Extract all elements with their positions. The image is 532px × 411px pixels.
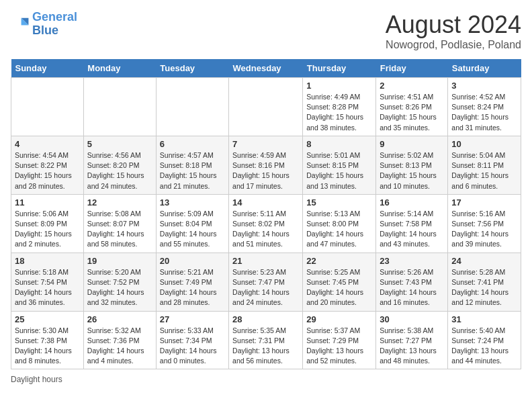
logo-text: General Blue <box>32 11 77 38</box>
day-cell: 9Sunrise: 5:02 AM Sunset: 8:13 PM Daylig… <box>376 136 448 194</box>
col-header-saturday: Saturday <box>448 59 521 78</box>
day-info: Sunrise: 5:04 AM Sunset: 8:11 PM Dayligh… <box>451 150 517 191</box>
day-cell: 26Sunrise: 5:32 AM Sunset: 7:36 PM Dayli… <box>83 311 156 369</box>
day-number: 29 <box>306 314 372 324</box>
logo-icon <box>11 15 30 34</box>
day-info: Sunrise: 5:02 AM Sunset: 8:13 PM Dayligh… <box>380 150 444 191</box>
day-number: 19 <box>87 256 152 266</box>
day-cell: 14Sunrise: 5:11 AM Sunset: 8:02 PM Dayli… <box>229 194 303 253</box>
day-cell: 3Sunrise: 4:52 AM Sunset: 8:24 PM Daylig… <box>448 78 521 136</box>
day-number: 2 <box>380 81 444 91</box>
day-cell: 4Sunrise: 4:54 AM Sunset: 8:22 PM Daylig… <box>11 136 84 194</box>
day-number: 4 <box>15 139 80 149</box>
day-cell: 13Sunrise: 5:09 AM Sunset: 8:04 PM Dayli… <box>156 194 228 253</box>
day-number: 30 <box>380 314 444 324</box>
day-number: 8 <box>306 139 372 149</box>
day-number: 5 <box>87 139 152 149</box>
daylight-label: Daylight hours <box>11 375 62 384</box>
day-info: Sunrise: 4:52 AM Sunset: 8:24 PM Dayligh… <box>451 92 517 133</box>
day-number: 14 <box>232 197 299 208</box>
day-info: Sunrise: 5:06 AM Sunset: 8:09 PM Dayligh… <box>15 209 80 250</box>
day-info: Sunrise: 5:21 AM Sunset: 7:49 PM Dayligh… <box>160 267 225 308</box>
day-number: 9 <box>380 139 444 149</box>
day-cell: 15Sunrise: 5:13 AM Sunset: 8:00 PM Dayli… <box>303 194 376 253</box>
week-row-4: 18Sunrise: 5:18 AM Sunset: 7:54 PM Dayli… <box>11 253 521 311</box>
day-cell: 20Sunrise: 5:21 AM Sunset: 7:49 PM Dayli… <box>156 253 228 311</box>
day-cell: 1Sunrise: 4:49 AM Sunset: 8:28 PM Daylig… <box>303 78 376 136</box>
day-info: Sunrise: 4:57 AM Sunset: 8:18 PM Dayligh… <box>160 150 225 191</box>
day-cell <box>229 78 303 136</box>
day-cell: 24Sunrise: 5:28 AM Sunset: 7:41 PM Dayli… <box>448 253 521 311</box>
main-title: August 2024 <box>386 11 521 39</box>
day-number: 13 <box>160 197 225 208</box>
day-info: Sunrise: 5:28 AM Sunset: 7:41 PM Dayligh… <box>451 267 517 308</box>
day-info: Sunrise: 4:49 AM Sunset: 8:28 PM Dayligh… <box>306 92 372 133</box>
day-number: 28 <box>232 314 299 324</box>
day-number: 22 <box>306 256 372 266</box>
subtitle: Nowogrod, Podlasie, Poland <box>386 39 521 51</box>
day-number: 27 <box>160 314 225 324</box>
day-info: Sunrise: 5:13 AM Sunset: 8:00 PM Dayligh… <box>306 209 372 250</box>
day-info: Sunrise: 5:37 AM Sunset: 7:29 PM Dayligh… <box>306 326 372 367</box>
day-number: 16 <box>380 197 444 208</box>
day-info: Sunrise: 5:40 AM Sunset: 7:24 PM Dayligh… <box>451 326 517 367</box>
day-cell: 5Sunrise: 4:56 AM Sunset: 8:20 PM Daylig… <box>83 136 156 194</box>
day-cell <box>83 78 156 136</box>
day-cell: 23Sunrise: 5:26 AM Sunset: 7:43 PM Dayli… <box>376 253 448 311</box>
day-number: 21 <box>232 256 299 266</box>
day-cell: 31Sunrise: 5:40 AM Sunset: 7:24 PM Dayli… <box>448 311 521 369</box>
day-cell: 12Sunrise: 5:08 AM Sunset: 8:07 PM Dayli… <box>83 194 156 253</box>
day-number: 17 <box>451 197 517 208</box>
day-info: Sunrise: 5:25 AM Sunset: 7:45 PM Dayligh… <box>306 267 372 308</box>
week-row-5: 25Sunrise: 5:30 AM Sunset: 7:38 PM Dayli… <box>11 311 521 369</box>
day-info: Sunrise: 5:01 AM Sunset: 8:15 PM Dayligh… <box>306 150 372 191</box>
day-cell: 10Sunrise: 5:04 AM Sunset: 8:11 PM Dayli… <box>448 136 521 194</box>
day-cell: 16Sunrise: 5:14 AM Sunset: 7:58 PM Dayli… <box>376 194 448 253</box>
title-block: August 2024 Nowogrod, Podlasie, Poland <box>386 11 521 51</box>
footer: Daylight hours <box>11 375 521 384</box>
day-number: 12 <box>87 197 152 208</box>
day-number: 23 <box>380 256 444 266</box>
col-header-tuesday: Tuesday <box>156 59 228 78</box>
day-info: Sunrise: 5:35 AM Sunset: 7:31 PM Dayligh… <box>232 326 299 367</box>
day-number: 24 <box>451 256 517 266</box>
day-number: 15 <box>306 197 372 208</box>
day-number: 31 <box>451 314 517 324</box>
day-cell: 11Sunrise: 5:06 AM Sunset: 8:09 PM Dayli… <box>11 194 84 253</box>
week-row-2: 4Sunrise: 4:54 AM Sunset: 8:22 PM Daylig… <box>11 136 521 194</box>
day-info: Sunrise: 5:09 AM Sunset: 8:04 PM Dayligh… <box>160 209 225 250</box>
day-number: 10 <box>451 139 517 149</box>
day-cell: 22Sunrise: 5:25 AM Sunset: 7:45 PM Dayli… <box>303 253 376 311</box>
calendar-table: SundayMondayTuesdayWednesdayThursdayFrid… <box>11 59 521 369</box>
day-cell: 21Sunrise: 5:23 AM Sunset: 7:47 PM Dayli… <box>229 253 303 311</box>
day-info: Sunrise: 5:11 AM Sunset: 8:02 PM Dayligh… <box>232 209 299 250</box>
day-cell: 27Sunrise: 5:33 AM Sunset: 7:34 PM Dayli… <box>156 311 228 369</box>
day-info: Sunrise: 5:08 AM Sunset: 8:07 PM Dayligh… <box>87 209 152 250</box>
day-info: Sunrise: 5:26 AM Sunset: 7:43 PM Dayligh… <box>380 267 444 308</box>
day-number: 25 <box>15 314 80 324</box>
day-number: 26 <box>87 314 152 324</box>
day-cell: 7Sunrise: 4:59 AM Sunset: 8:16 PM Daylig… <box>229 136 303 194</box>
header-row: SundayMondayTuesdayWednesdayThursdayFrid… <box>11 59 521 78</box>
logo: General Blue <box>11 11 77 38</box>
col-header-friday: Friday <box>376 59 448 78</box>
day-number: 20 <box>160 256 225 266</box>
page-header: General Blue August 2024 Nowogrod, Podla… <box>11 11 521 51</box>
day-info: Sunrise: 4:59 AM Sunset: 8:16 PM Dayligh… <box>232 150 299 191</box>
day-cell: 28Sunrise: 5:35 AM Sunset: 7:31 PM Dayli… <box>229 311 303 369</box>
col-header-thursday: Thursday <box>303 59 376 78</box>
day-cell: 2Sunrise: 4:51 AM Sunset: 8:26 PM Daylig… <box>376 78 448 136</box>
day-number: 6 <box>160 139 225 149</box>
day-info: Sunrise: 5:20 AM Sunset: 7:52 PM Dayligh… <box>87 267 152 308</box>
day-info: Sunrise: 5:14 AM Sunset: 7:58 PM Dayligh… <box>380 209 444 250</box>
day-number: 18 <box>15 256 80 266</box>
day-cell: 17Sunrise: 5:16 AM Sunset: 7:56 PM Dayli… <box>448 194 521 253</box>
day-cell: 30Sunrise: 5:38 AM Sunset: 7:27 PM Dayli… <box>376 311 448 369</box>
day-info: Sunrise: 5:18 AM Sunset: 7:54 PM Dayligh… <box>15 267 80 308</box>
day-cell: 6Sunrise: 4:57 AM Sunset: 8:18 PM Daylig… <box>156 136 228 194</box>
day-info: Sunrise: 5:32 AM Sunset: 7:36 PM Dayligh… <box>87 326 152 367</box>
day-number: 11 <box>15 197 80 208</box>
day-number: 1 <box>306 81 372 91</box>
day-cell: 19Sunrise: 5:20 AM Sunset: 7:52 PM Dayli… <box>83 253 156 311</box>
day-cell <box>11 78 84 136</box>
